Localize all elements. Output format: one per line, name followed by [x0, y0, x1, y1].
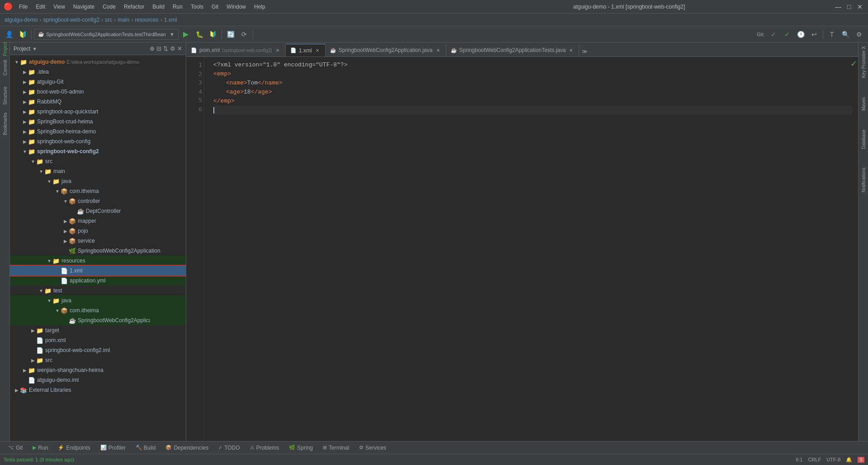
- translate-button[interactable]: T: [826, 28, 838, 41]
- tree-item-boot-web[interactable]: ▶ 📁 boot-web-05-admin: [10, 87, 186, 97]
- tab-terminal[interactable]: ⊞ Terminal: [318, 443, 354, 452]
- tree-item-1-xml[interactable]: ▶ 📄 1.xml: [10, 266, 186, 276]
- tab-endpoints[interactable]: ⚡ Endpoints: [53, 443, 94, 452]
- maven-tab[interactable]: Maven: [859, 95, 868, 113]
- tree-item-mapper[interactable]: ▶ 📦 mapper: [10, 216, 186, 226]
- tree-item-springboot-tests[interactable]: ▶ ☕ SpringbootWebConfig2ApplicationTes..…: [10, 315, 186, 325]
- tabs-overflow-button[interactable]: ≫: [579, 47, 590, 56]
- git-check-btn[interactable]: ✓: [767, 28, 780, 41]
- tree-item-com-itheima-test[interactable]: ▼ 📦 com.itheima: [10, 305, 186, 315]
- notifications-tab[interactable]: Notifications: [859, 166, 868, 194]
- tab-close-button[interactable]: ✕: [568, 47, 574, 53]
- tree-item-rabbitmq[interactable]: ▶ 📁 RabbitMQ: [10, 97, 186, 107]
- sort-icon[interactable]: ⇅: [163, 45, 168, 52]
- debug-button[interactable]: 🐛: [193, 28, 206, 41]
- menu-git[interactable]: Git: [208, 3, 222, 11]
- menu-code[interactable]: Code: [99, 3, 119, 11]
- tree-item-src[interactable]: ▼ 📁 src: [10, 156, 186, 166]
- tree-item-idea[interactable]: ▶ 📁 .idea: [10, 67, 186, 77]
- project-panel-tab[interactable]: Project: [0, 44, 9, 53]
- tree-item-springboot-crud[interactable]: ▶ 📁 SpringBoot-crud-heima: [10, 117, 186, 127]
- update-running-button[interactable]: 🔄: [224, 28, 237, 41]
- breadcrumb-main[interactable]: main: [118, 17, 129, 23]
- git-history-btn[interactable]: 🕐: [794, 28, 807, 41]
- menu-file[interactable]: File: [15, 3, 31, 11]
- tab-profiler[interactable]: 📊 Profiler: [96, 443, 130, 452]
- tree-item-java-test[interactable]: ▼ 📁 java: [10, 296, 186, 305]
- tree-item-deptcontroller[interactable]: ▶ ☕ DeptController: [10, 206, 186, 216]
- settings-button[interactable]: ⚙: [853, 28, 865, 41]
- breadcrumb-file[interactable]: 1.xml: [164, 17, 177, 23]
- menu-view[interactable]: View: [50, 3, 69, 11]
- tree-item-resources[interactable]: ▼ 📁 resources: [10, 256, 186, 266]
- tab-services[interactable]: ⚙ Services: [354, 443, 391, 452]
- tab-springboot-app[interactable]: ☕ SpringbootWebConfig2Application.java ✕: [326, 44, 446, 56]
- tree-item-target[interactable]: ▶ 📁 target: [10, 325, 186, 335]
- breadcrumb-module[interactable]: springboot-web-config2: [43, 17, 99, 23]
- search-everywhere-button[interactable]: 🔍: [839, 28, 852, 41]
- sidebar-settings-icon[interactable]: ⚙: [170, 45, 175, 52]
- breadcrumb-src[interactable]: src: [105, 17, 112, 23]
- tree-item-pom-xml[interactable]: ▶ 📄 pom.xml: [10, 335, 186, 345]
- run-config-dropdown[interactable]: ▼: [170, 32, 175, 37]
- commit-panel-tab[interactable]: Commit: [0, 63, 9, 72]
- menu-run[interactable]: Run: [169, 3, 186, 11]
- tab-close-button[interactable]: ✕: [435, 47, 441, 53]
- tree-item-atguigu-git[interactable]: ▶ 📁 atguigu-Git: [10, 77, 186, 87]
- close-sidebar-icon[interactable]: ✕: [177, 45, 182, 52]
- run-configuration[interactable]: ☕ SpringbootWebConfig2ApplicationTests.t…: [34, 29, 179, 40]
- tree-item-springboot-heima[interactable]: ▶ 📁 SpringBoot-heima-demo: [10, 127, 186, 136]
- tab-build[interactable]: 🔨 Build: [131, 443, 160, 452]
- database-tab[interactable]: Database: [859, 128, 868, 151]
- collapse-all-icon[interactable]: ⊟: [156, 45, 161, 52]
- menu-edit[interactable]: Edit: [32, 3, 49, 11]
- tab-springboot-tests[interactable]: ☕ SpringbootWebConfig2ApplicationTests.j…: [446, 44, 580, 56]
- git-update-btn[interactable]: ✓: [781, 28, 793, 41]
- tree-item-service[interactable]: ▶ 📦 service: [10, 236, 186, 246]
- tree-item-atguigu-iml[interactable]: ▶ 📄 atguigu-demo.iml: [10, 375, 186, 385]
- tree-item-main[interactable]: ▼ 📁 main: [10, 166, 186, 176]
- tab-pom-xml[interactable]: 📄 pom.xml (springboot-web-config2) ✕: [186, 44, 286, 56]
- user-icon[interactable]: 👤: [3, 28, 15, 41]
- tree-item-src2[interactable]: ▶ 📁 src: [10, 355, 186, 365]
- maximize-button[interactable]: □: [844, 2, 854, 11]
- file-encoding[interactable]: UTF-8: [826, 457, 840, 462]
- bookmarks-panel-tab[interactable]: Bookmarks: [0, 119, 9, 128]
- tree-item-springboot-web-config[interactable]: ▶ 📁 springboot-web-config: [10, 136, 186, 146]
- tab-todo[interactable]: ✓ TODO: [214, 443, 244, 452]
- tree-item-controller[interactable]: ▼ 📦 controller: [10, 196, 186, 206]
- menu-refactor[interactable]: Refactor: [120, 3, 148, 11]
- tree-item-test[interactable]: ▼ 📁 test: [10, 286, 186, 296]
- git-rollback-btn[interactable]: ↩: [808, 28, 821, 41]
- tree-item-pojo[interactable]: ▶ 📦 pojo: [10, 226, 186, 236]
- tree-item-iml[interactable]: ▶ 📄 springboot-web-config2.iml: [10, 345, 186, 355]
- tree-item-com-itheima[interactable]: ▼ 📦 com.itheima: [10, 186, 186, 196]
- close-button[interactable]: ✕: [855, 2, 864, 11]
- tab-git[interactable]: ⌥ Git: [4, 443, 27, 452]
- breadcrumb-atguigu-demo[interactable]: atguigu-demo: [5, 17, 38, 23]
- code-line-6[interactable]: [213, 106, 853, 115]
- refresh-button[interactable]: ⟳: [238, 28, 250, 41]
- tree-item-atguigu-demo[interactable]: ▼ 📁 atguigu-demo E:\idea-workspace\atgui…: [10, 57, 186, 67]
- breadcrumb-resources[interactable]: resources: [135, 17, 159, 23]
- tree-item-java[interactable]: ▼ 📁 java: [10, 176, 186, 186]
- vcs-icon[interactable]: 🔰: [16, 28, 29, 41]
- tab-problems[interactable]: ⚠ Problems: [245, 443, 284, 452]
- menu-window[interactable]: Window: [223, 3, 250, 11]
- run-with-coverage-button[interactable]: 🔰: [207, 28, 219, 41]
- locate-file-icon[interactable]: ⊕: [150, 45, 155, 52]
- tree-item-wenjian[interactable]: ▶ 📁 wenjian-shangchuan-heima: [10, 365, 186, 375]
- tree-item-springboot-web-config2[interactable]: ▼ 📁 springboot-web-config2: [10, 146, 186, 156]
- tab-close-button[interactable]: ✕: [314, 47, 321, 54]
- tab-dependencies[interactable]: 📦 Dependencies: [161, 443, 213, 452]
- cursor-position[interactable]: 6:1: [796, 457, 802, 462]
- structure-panel-tab[interactable]: Structure: [0, 91, 9, 100]
- tab-spring[interactable]: 🌿 Spring: [284, 443, 317, 452]
- run-button[interactable]: ▶: [179, 28, 192, 41]
- menu-navigate[interactable]: Navigate: [70, 3, 98, 11]
- menu-tools[interactable]: Tools: [187, 3, 207, 11]
- tree-item-application-yml[interactable]: ▶ 📄 application.yml: [10, 276, 186, 286]
- code-editor[interactable]: <?xml version="1.0" encoding="UTF-8"?> <…: [208, 57, 858, 441]
- tab-run[interactable]: ▶ Run: [28, 443, 52, 452]
- line-separator[interactable]: CRLF: [808, 457, 821, 462]
